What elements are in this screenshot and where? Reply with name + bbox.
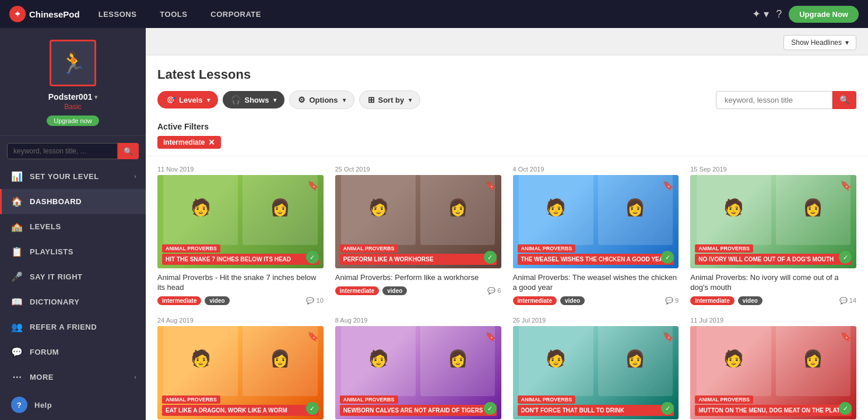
lesson-subtitle: NEWBORN CALVES ARE NOT AFRAID OF TIGERS <box>340 405 497 416</box>
bookmark-icon[interactable]: 🔖 <box>485 331 497 342</box>
logo-text: ChinesePod <box>29 9 80 19</box>
lesson-card[interactable]: 11 Nov 2019 🧑 👩 ANIMAL PROVERBS HIT THE … <box>157 166 324 305</box>
sidebar-item-label: DICTIONARY <box>30 298 79 306</box>
type-tag: video <box>382 286 407 295</box>
sidebar-item-dashboard[interactable]: 🏠 DASHBOARD <box>0 189 146 214</box>
sidebar-search-button[interactable]: 🔍 <box>118 143 139 159</box>
completion-check: ✓ <box>306 402 319 415</box>
lesson-thumbnail: 🧑 👩 ANIMAL PROVERBS MUTTON ON THE MENU, … <box>690 326 856 419</box>
chevron-down-icon: ▾ <box>409 97 412 103</box>
logo[interactable]: ✦ ChinesePod <box>9 6 80 22</box>
level-tag: intermediate <box>690 296 734 305</box>
sortby-filter-button[interactable]: ⊞ Sort by ▾ <box>359 90 421 109</box>
lesson-overlay: ANIMAL PROVERBS HIT THE SNAKE 7 INCHES B… <box>157 239 324 268</box>
lesson-thumbnail: 🧑 👩 ANIMAL PROVERBS HIT THE SNAKE 7 INCH… <box>157 175 324 268</box>
completion-check: ✓ <box>484 251 497 264</box>
person-icon: 🧑 <box>163 175 238 245</box>
lesson-card[interactable]: 8 Aug 2019 🧑 👩 ANIMAL PROVERBS NEWBORN C… <box>335 317 501 420</box>
comment-count: 💬 9 <box>665 297 679 304</box>
sidebar-item-more[interactable]: ⋯ MORE › <box>0 365 146 390</box>
lesson-date: 11 Jul 2019 <box>690 317 856 324</box>
bookmark-icon[interactable]: 🔖 <box>840 180 852 191</box>
sidebar-item-say-it-right[interactable]: 🎤 SAY IT RIGHT <box>0 264 146 289</box>
options-filter-label: Options <box>309 96 338 104</box>
lesson-card[interactable]: 26 Jul 2019 🧑 👩 ANIMAL PROVERBS DON'T FO… <box>513 317 679 420</box>
person-icon: 👩 <box>776 326 851 396</box>
sidebar-item-levels[interactable]: 🏫 LEVELS <box>0 214 146 239</box>
remove-filter-button[interactable]: ✕ <box>208 138 215 146</box>
username-text: Podster001 <box>48 92 92 102</box>
sidebar-item-playlists[interactable]: 📋 PLAYLISTS <box>0 239 146 264</box>
type-tag: video <box>738 296 762 305</box>
filter-tag-text: intermediate <box>163 138 205 146</box>
sidebar-help[interactable]: ? Help <box>0 390 146 420</box>
person-icon: 🧑 <box>697 326 771 396</box>
completion-check: ✓ <box>839 251 852 264</box>
lesson-overlay: ANIMAL PROVERBS NEWBORN CALVES ARE NOT A… <box>335 390 501 419</box>
lesson-date: 25 Oct 2019 <box>335 166 501 173</box>
bookmark-icon[interactable]: 🔖 <box>307 180 319 191</box>
bookmark-icon[interactable]: 🔖 <box>307 331 319 342</box>
shows-filter-label: Shows <box>244 96 269 104</box>
person-icon: 👩 <box>776 175 851 245</box>
active-filters-label: Active Filters <box>157 122 856 131</box>
lesson-thumbnail: 🧑 👩 ANIMAL PROVERBS DON'T FORCE THAT BUL… <box>513 326 679 419</box>
sidebar-item-forum[interactable]: 💬 FORUM <box>0 340 146 365</box>
sidebar-item-label: LEVELS <box>30 222 61 231</box>
bookmark-icon[interactable]: 🔖 <box>662 180 674 191</box>
upgrade-now-button[interactable]: Upgrade Now <box>789 6 859 23</box>
lesson-grid: 11 Nov 2019 🧑 👩 ANIMAL PROVERBS HIT THE … <box>146 156 868 420</box>
completion-check: ✓ <box>306 251 319 264</box>
lesson-card[interactable]: 15 Sep 2019 🧑 👩 ANIMAL PROVERBS NO IVORY… <box>690 166 856 305</box>
user-icon-btn[interactable]: ✦ ▾ <box>752 8 769 20</box>
lesson-card[interactable]: 25 Oct 2019 🧑 👩 ANIMAL PROVERBS PERFORM … <box>335 166 501 305</box>
levels-icon: 🏫 <box>11 221 23 232</box>
bookmark-icon[interactable]: 🔖 <box>662 331 674 342</box>
nav-lessons[interactable]: LESSONS <box>94 8 142 21</box>
sidebar-item-refer-friend[interactable]: 👥 REFER A FRIEND <box>0 314 146 340</box>
lesson-category: ANIMAL PROVERBS <box>340 396 398 404</box>
bookmark-icon[interactable]: 🔖 <box>840 331 852 342</box>
nav-corporate[interactable]: CORPORATE <box>206 8 266 21</box>
options-filter-button[interactable]: ⚙ Options ▾ <box>289 90 354 109</box>
avatar-icon: 🏃 <box>60 51 86 75</box>
dashboard-icon: 🏠 <box>11 196 23 207</box>
lesson-date: 24 Aug 2019 <box>157 317 324 324</box>
sidebar-upgrade-button[interactable]: Upgrade now <box>47 116 99 126</box>
lesson-subtitle: HIT THE SNAKE 7 INCHES BELOW ITS HEAD <box>162 254 319 265</box>
help-icon-btn[interactable]: ? <box>776 8 782 20</box>
person-icon: 🧑 <box>697 175 771 245</box>
help-circle-icon: ? <box>11 397 27 413</box>
username[interactable]: Podster001 ▾ <box>48 92 97 102</box>
nav-tools[interactable]: TOOLS <box>155 8 192 21</box>
level-tag: intermediate <box>335 286 379 295</box>
levels-filter-button[interactable]: 🎯 Levels ▾ <box>157 91 218 108</box>
person-icon: 👩 <box>420 175 495 245</box>
lesson-subtitle: NO IVORY WILL COME OUT OF A DOG'S MOUTH <box>695 254 852 265</box>
chevron-right-icon: › <box>134 374 136 380</box>
chevron-down-icon: ▾ <box>207 97 210 103</box>
sidebar-search-input[interactable] <box>7 143 118 159</box>
lesson-date: 11 Nov 2019 <box>157 166 324 173</box>
lesson-search-button[interactable]: 🔍 <box>832 91 856 109</box>
sidebar-nav: 📊 SET YOUR LEVEL › 🏠 DASHBOARD 🏫 LEVELS … <box>0 164 146 390</box>
lesson-card[interactable]: 24 Aug 2019 🧑 👩 ANIMAL PROVERBS EAT LIKE… <box>157 317 324 420</box>
lesson-overlay: ANIMAL PROVERBS EAT LIKE A DRAGON, WORK … <box>157 390 324 419</box>
lesson-card[interactable]: 11 Jul 2019 🧑 👩 ANIMAL PROVERBS MUTTON O… <box>690 317 856 420</box>
lesson-category: ANIMAL PROVERBS <box>162 244 220 253</box>
sidebar-item-set-level[interactable]: 📊 SET YOUR LEVEL › <box>0 164 146 189</box>
bookmark-icon[interactable]: 🔖 <box>485 180 497 191</box>
headlines-bar: Show Headlines ▾ <box>146 28 868 55</box>
playlists-icon: 📋 <box>11 246 23 257</box>
filter-bar: 🎯 Levels ▾ 🎧 Shows ▾ ⚙ Options ▾ ⊞ Sort … <box>157 90 856 109</box>
show-headlines-button[interactable]: Show Headlines ▾ <box>783 35 856 50</box>
comment-count: 💬 10 <box>306 297 323 304</box>
sidebar: 🏃 Podster001 ▾ Basic Upgrade now 🔍 📊 SET… <box>0 28 146 420</box>
lesson-card[interactable]: 4 Oct 2019 🧑 👩 ANIMAL PROVERBS THE WEASE… <box>513 166 679 305</box>
sidebar-item-label: REFER A FRIEND <box>30 323 97 331</box>
shows-filter-button[interactable]: 🎧 Shows ▾ <box>223 91 284 108</box>
lesson-search-input[interactable] <box>716 91 832 109</box>
sidebar-item-dictionary[interactable]: 📖 DICTIONARY <box>0 289 146 314</box>
lesson-thumbnail: 🧑 👩 ANIMAL PROVERBS NEWBORN CALVES ARE N… <box>335 326 501 419</box>
sortby-filter-label: Sort by <box>378 96 405 104</box>
